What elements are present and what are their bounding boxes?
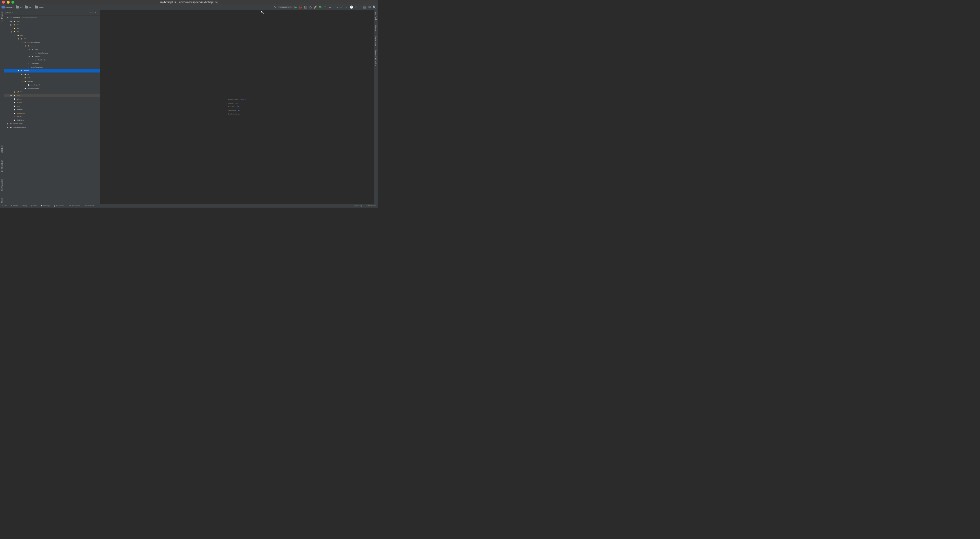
- project-tree[interactable]: ▼ ▣ mybatisplus ~/java/workspace/mybatis…: [4, 16, 100, 204]
- project-icon: ▣: [5, 12, 6, 13]
- gutter-jrebel[interactable]: JRebel: [0, 144, 3, 154]
- tree-row-extlib[interactable]: ▶ 📚 External Libraries: [4, 122, 100, 126]
- coverage-button[interactable]: ◧: [304, 5, 307, 9]
- spring-icon: ✿: [21, 205, 22, 206]
- folder-icon: 📁: [24, 81, 27, 82]
- tree-row-test[interactable]: ▶ 📁 test: [4, 90, 100, 94]
- gear-icon[interactable]: ⚙: [95, 12, 96, 13]
- stop-button[interactable]: ■: [328, 5, 332, 9]
- status-dashboard[interactable]: ▶Run Dashboard: [84, 205, 94, 206]
- gutter-web[interactable]: Web: [0, 197, 3, 204]
- status-spring[interactable]: ✿Spring: [21, 205, 27, 206]
- breadcrumb-root[interactable]: mybatisplus: [2, 6, 12, 8]
- status-eventlog[interactable]: ▣Event Log: [355, 205, 362, 206]
- tree-row-app-props[interactable]: 📄 application.properties: [4, 87, 100, 90]
- project-panel: ▣ Project ▾ ⊕ ⇲ ⚙ — ▼ ▣ mybatisplus ~/ja…: [4, 10, 100, 204]
- gutter-maven[interactable]: Maven: [374, 24, 377, 33]
- tree-row-mvnwcmd[interactable]: 📄 mvnw.cmd: [4, 108, 100, 111]
- tree-row-mybatisplusconfig[interactable]: Ⓒ MybatisPlusConfig: [4, 51, 100, 55]
- tree-row-idea[interactable]: ▶ 📁 .idea: [4, 19, 100, 23]
- tree-row-codegenerator[interactable]: Ⓒ CodeGenerator: [4, 62, 100, 65]
- tree-row-gitignore[interactable]: 📄 .gitignore: [4, 97, 100, 101]
- minimize-button[interactable]: [6, 1, 10, 4]
- tree-row-helpmd[interactable]: 📄 HELP.md: [4, 101, 100, 104]
- run-button[interactable]: ▶: [294, 5, 298, 9]
- tree-row-db[interactable]: ▶ 📁 db: [4, 72, 100, 76]
- tree-row-scratches[interactable]: ▶ 📑 Scratches and Consoles: [4, 126, 100, 129]
- tree-row-mybatisplusapp[interactable]: Ⓒ MybatisPlusApplication: [4, 65, 100, 69]
- tree-row-controller-ftl[interactable]: 📄 controller.java.ftl: [4, 83, 100, 87]
- class-icon: ◉: [280, 6, 281, 8]
- dropdown-icon: ▾: [12, 12, 13, 13]
- empty-help: Search EverywhereDouble ⇧ Go to File⇧⌘O …: [228, 99, 245, 115]
- list-icon: ☰: [11, 205, 12, 206]
- tree-row-mvnw[interactable]: 📄 mvnw: [4, 104, 100, 108]
- profile-button[interactable]: ◔: [309, 5, 312, 9]
- status-javaee[interactable]: ☕Java Enterprise: [54, 205, 64, 206]
- tree-row-mvn[interactable]: ▶ 📁 .mvn: [4, 23, 100, 27]
- play-icon: ▶: [2, 205, 3, 206]
- breadcrumb-resources[interactable]: resources: [35, 6, 44, 8]
- ftl-icon: 📄: [27, 84, 30, 86]
- breadcrumb-src[interactable]: src: [16, 6, 21, 8]
- tree-row-templates[interactable]: ▼ 📁 templates: [4, 79, 100, 83]
- gutter-antbuild[interactable]: Ant Build: [374, 11, 377, 22]
- tree-row-config[interactable]: ▼ 📦 config: [4, 48, 100, 51]
- hammer-icon[interactable]: ⚒: [273, 5, 277, 9]
- tree-row-common[interactable]: ▼ 📦 common: [4, 44, 100, 48]
- git-revert-icon[interactable]: ↶: [355, 5, 358, 9]
- status-run[interactable]: ▶4: Run: [2, 205, 7, 206]
- tree-row-iml[interactable]: 📄 mybatisplus.iml: [4, 111, 100, 115]
- status-vcs[interactable]: ⎇9: Version Control: [68, 205, 80, 206]
- tree-row-main[interactable]: ▼ 📁 main: [4, 34, 100, 37]
- git-commit-icon[interactable]: ✓: [345, 5, 348, 9]
- attach-button[interactable]: ⊡: [323, 5, 327, 9]
- collapse-all-icon[interactable]: ⇲: [92, 12, 94, 13]
- tree-row-java[interactable]: ▼ 📁 java: [4, 37, 100, 41]
- jrebel-debug[interactable]: 🪲: [318, 5, 322, 9]
- iml-icon: 📄: [13, 113, 16, 114]
- close-button[interactable]: [2, 1, 5, 4]
- maximize-button[interactable]: [11, 1, 14, 4]
- maven-icon: Ⓜ: [13, 116, 16, 118]
- tree-row-curdcontroller[interactable]: Ⓒ CurdController: [4, 59, 100, 62]
- scroll-to-source-icon[interactable]: ⊕: [89, 12, 91, 13]
- hide-icon[interactable]: —: [97, 12, 99, 13]
- gutter-favorites[interactable]: 2: Favorites: [0, 178, 3, 192]
- tree-row-static[interactable]: 📁 static: [4, 76, 100, 79]
- status-terminal[interactable]: ▣Terminal: [30, 205, 37, 206]
- tree-row-src[interactable]: ▼ 📁 src: [4, 30, 100, 34]
- status-messages[interactable]: 💬0: Messages: [41, 205, 50, 206]
- md-icon: 📄: [13, 102, 16, 103]
- debug-button[interactable]: 🐞: [299, 5, 302, 9]
- ide-settings-icon[interactable]: ⊞: [368, 5, 371, 9]
- status-jrebel[interactable]: ✈JRebel Console: [366, 205, 376, 206]
- package-icon: 📦: [30, 49, 34, 50]
- class-icon: Ⓒ: [34, 52, 37, 54]
- git-history-icon[interactable]: 🕐: [350, 5, 353, 9]
- gutter-structure[interactable]: 7: Structure: [0, 159, 3, 173]
- tree-row-target[interactable]: ▶ 📁 target: [4, 94, 100, 97]
- gutter-project[interactable]: 1: Project: [0, 11, 3, 23]
- class-icon: Ⓒ: [34, 59, 37, 61]
- tree-row-readme[interactable]: 📄 README.md: [4, 119, 100, 122]
- jrebel-run[interactable]: 🚀: [313, 5, 317, 9]
- git-update-icon[interactable]: ↙: [340, 5, 343, 9]
- gutter-beanval[interactable]: Bean Validation: [374, 49, 377, 67]
- tree-row-docs[interactable]: 📁 docs: [4, 27, 100, 30]
- tree-row-controller[interactable]: ▼ 📦 controller: [4, 55, 100, 59]
- editor-area[interactable]: Search EverywhereDouble ⇧ Go to File⇧⌘O …: [100, 10, 374, 204]
- status-todo[interactable]: ☰6: TODO: [11, 205, 18, 206]
- gutter-database[interactable]: Database: [374, 35, 377, 47]
- search-icon[interactable]: 🔍: [372, 5, 376, 9]
- folder-icon: 📁: [24, 77, 27, 79]
- panel-title[interactable]: ▣ Project ▾: [5, 12, 13, 13]
- chevron-icon: 〉: [32, 6, 35, 9]
- breadcrumb-main[interactable]: main: [25, 6, 32, 8]
- tree-row-package[interactable]: ▼ 📦 com.cenyol.mybatisplus: [4, 41, 100, 44]
- run-config-selector[interactable]: ◉ CodeGenerator ▾: [278, 6, 293, 8]
- project-structure-icon[interactable]: ▦: [363, 5, 366, 9]
- tree-row-root[interactable]: ▼ ▣ mybatisplus ~/java/workspace/mybatis…: [4, 16, 100, 19]
- tree-row-pom[interactable]: Ⓜ pom.xml: [4, 115, 100, 119]
- tree-row-resources[interactable]: ▼ 📁 resources: [4, 69, 100, 73]
